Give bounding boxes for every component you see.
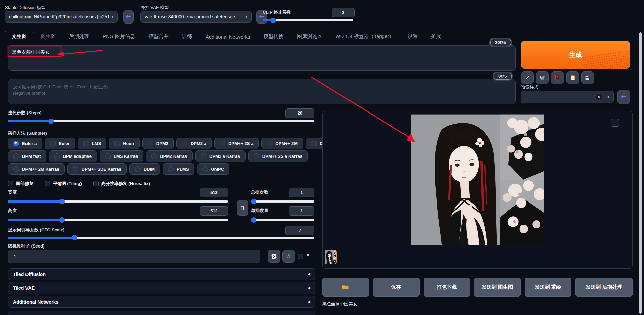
tab-img2img[interactable]: 图生图 <box>34 31 62 42</box>
slider-handle[interactable] <box>251 217 256 223</box>
clear-styles-icon[interactable]: × <box>595 93 602 101</box>
sampler-option-dpm2karras[interactable]: DPM2 Karras <box>146 150 193 162</box>
save-button[interactable]: 保存 <box>373 278 420 297</box>
height-slider[interactable] <box>8 219 228 221</box>
tab-model-converter[interactable]: 模型转换 <box>257 31 290 42</box>
tab-png-info[interactable]: PNG 图片信息 <box>96 31 142 42</box>
image-action-buttons: 保存 打包下载 发送到 图生图 发送到 重绘 发送到 后期处理 <box>322 278 633 297</box>
random-seed-button[interactable] <box>268 250 280 263</box>
show-extra-networks-button[interactable] <box>551 71 564 84</box>
sampler-option-heun[interactable]: Heun <box>109 138 140 149</box>
accordion-partial[interactable] <box>8 311 315 315</box>
sampler-option-label: DPM2 a <box>191 141 206 146</box>
sampler-option-dpmpp2mkarras[interactable]: DPM++ 2M Karras <box>8 163 65 175</box>
open-folder-button[interactable] <box>322 278 369 297</box>
accordion-additional-networks[interactable]: Additional Networks ◀ <box>8 296 315 308</box>
slider-handle[interactable] <box>48 119 54 124</box>
accordion-title: Tiled VAE <box>13 285 35 291</box>
cfg-scale-value[interactable]: 7 <box>285 226 314 235</box>
width-slider[interactable] <box>8 200 228 203</box>
send-to-img2img-button[interactable]: 发送到 图生图 <box>474 278 521 297</box>
styles-dropdown[interactable]: × ▾ <box>521 91 614 103</box>
slider-handle[interactable] <box>72 235 77 240</box>
batch-size-value[interactable]: 1 <box>289 206 314 216</box>
seed-menu-icon[interactable]: ▼ <box>306 253 310 258</box>
sampler-option-lmskarras[interactable]: LMS Karras <box>100 150 143 162</box>
swap-dimensions-button[interactable]: ⇅ <box>237 200 248 216</box>
hires-fix-toggle[interactable]: 高分辨率修复 (Hires. fix) <box>93 181 150 187</box>
prompt-textarea[interactable]: 黑色衣服中国美女 <box>8 45 516 71</box>
tab-settings[interactable]: 设置 <box>401 31 424 42</box>
chevron-down-icon: ▾ <box>245 15 247 19</box>
sampler-option-dpmpp2sa[interactable]: DPM++ 2S a <box>214 138 259 149</box>
vae-dropdown[interactable]: vae-ft-mse-840000-ema-pruned.safetensors… <box>140 11 252 22</box>
clear-prompt-button[interactable] <box>536 71 549 84</box>
sampler-option-dpmfast[interactable]: DPM fast <box>8 150 46 162</box>
sampler-option-dpm2akarras[interactable]: DPM2 a Karras <box>195 150 246 162</box>
tab-txt2img[interactable]: 文生图 <box>5 31 34 42</box>
clip-skip-value[interactable]: 2 <box>332 8 355 17</box>
image-caption: 黑色丝袜中国美女 <box>322 301 357 307</box>
restore-faces-toggle[interactable]: 面部修复 <box>8 181 34 187</box>
generated-image[interactable] <box>411 114 544 245</box>
tab-image-browser[interactable]: 图库浏览器 <box>290 31 329 42</box>
sampler-option-dpmpp2m[interactable]: DPM++ 2M <box>261 138 303 149</box>
extra-seed-checkbox[interactable] <box>298 254 303 259</box>
tab-extensions[interactable]: 扩展 <box>424 31 448 42</box>
tab-train[interactable]: 训练 <box>175 31 199 42</box>
recycle-icon <box>285 253 292 260</box>
sampler-option-plms[interactable]: PLMS <box>163 163 194 175</box>
accordion-tiled-diffusion[interactable]: Tiled Diffusion ◀ <box>8 268 315 280</box>
sampler-option-unipc[interactable]: UniPC <box>197 163 229 175</box>
close-viewer-button[interactable] <box>611 119 619 127</box>
sampler-option-lms[interactable]: LMS <box>78 138 106 149</box>
radio-icon <box>168 166 174 172</box>
sd-model-dropdown[interactable]: chilloutmix_NiPrunedFp32Fix.safetensors … <box>5 11 118 22</box>
height-value[interactable]: 512 <box>200 206 228 216</box>
steps-value[interactable]: 20 <box>285 108 314 118</box>
tab-tagger[interactable]: WD 1.4 标签器（Tagger） <box>329 31 401 42</box>
slider-handle[interactable] <box>59 199 65 204</box>
radio-icon <box>13 166 19 172</box>
slider-handle[interactable] <box>59 217 65 223</box>
sampler-option-ddim[interactable]: DDIM <box>129 163 160 175</box>
send-to-extras-button[interactable]: 发送到 后期处理 <box>575 278 633 297</box>
refresh-styles-button[interactable] <box>617 90 630 104</box>
generate-button[interactable]: 生成 <box>521 41 630 69</box>
refresh-checkpoints-button[interactable] <box>123 10 134 24</box>
slider-fill <box>8 219 62 221</box>
seed-input[interactable]: -1 <box>8 250 260 263</box>
batch-size-slider[interactable] <box>251 219 314 221</box>
sampler-option-euler[interactable]: Euler <box>45 138 75 149</box>
slider-handle[interactable] <box>271 18 276 23</box>
apply-styles-button[interactable] <box>566 71 579 84</box>
sampler-option-dpmpp2sakarras[interactable]: DPM++ 2S a Karras <box>248 150 308 162</box>
accordion-tiled-vae[interactable]: Tiled VAE ◀ <box>8 282 315 294</box>
save-style-button[interactable] <box>581 71 594 84</box>
send-to-inpaint-button[interactable]: 发送到 重绘 <box>525 278 571 297</box>
sampler-option-dpmppsdekarras[interactable]: DPM++ SDE Karras <box>67 163 127 175</box>
slider-handle[interactable] <box>251 199 256 204</box>
radio-icon <box>311 141 317 146</box>
width-value[interactable]: 512 <box>200 188 228 197</box>
batch-count-value[interactable]: 1 <box>289 188 314 197</box>
zip-download-button[interactable]: 打包下载 <box>424 278 470 297</box>
sampler-option-euler-a[interactable]: Euler a <box>8 138 42 149</box>
tab-checkpoint-merger[interactable]: 模型合并 <box>142 31 175 42</box>
tab-additional-networks[interactable]: Additional Networks <box>199 32 257 42</box>
reuse-seed-button[interactable] <box>282 250 295 263</box>
page-scrollbar[interactable] <box>639 32 642 314</box>
gallery-thumbnail[interactable] <box>325 250 337 264</box>
generate-button-label: 生成 <box>569 50 582 59</box>
sampler-option-dpm2a[interactable]: DPM2 a <box>176 138 212 149</box>
tiling-toggle[interactable]: 平铺图 (Tiling) <box>45 181 82 187</box>
clip-skip-slider[interactable] <box>263 19 353 21</box>
sampler-option-dpm2[interactable]: DPM2 <box>142 138 174 149</box>
negative-prompt-textarea[interactable]: 反向提示词 (按 Ctrl+Enter 或 Alt+Enter 开始生成) Ne… <box>8 79 516 104</box>
cfg-scale-slider[interactable] <box>8 237 314 239</box>
steps-slider[interactable] <box>8 120 314 122</box>
tab-extras[interactable]: 后期处理 <box>62 31 96 42</box>
sampler-option-dpmadaptive[interactable]: DPM adaptive <box>49 150 97 162</box>
batch-count-slider[interactable] <box>251 200 314 203</box>
paste-generation-params-button[interactable]: ↙ <box>521 71 534 84</box>
